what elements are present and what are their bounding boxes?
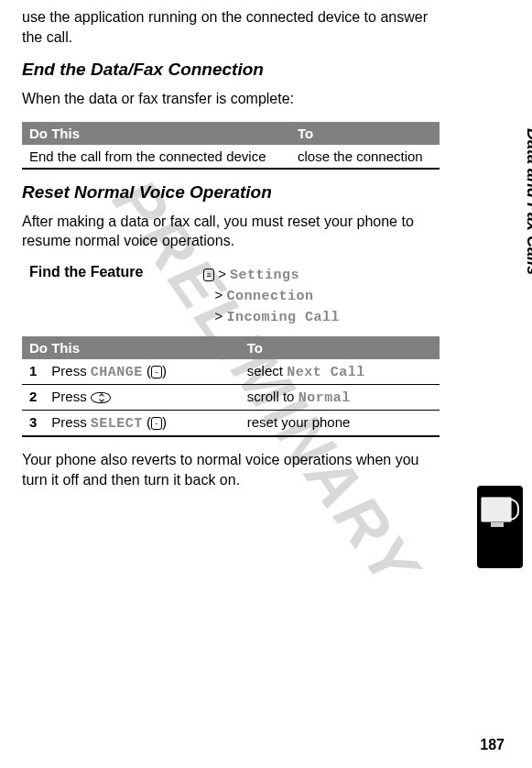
section-heading-reset-voice: Reset Normal Voice Operation	[22, 182, 440, 203]
table-cell: scroll to Normal	[240, 384, 440, 410]
soft-key-icon: -	[151, 366, 162, 379]
end-connection-table: Do This To End the call from the connect…	[22, 122, 440, 170]
table-cell: Press	[44, 384, 239, 410]
side-tab-label: Data and Fax Calls	[523, 128, 532, 275]
menu-path: ≡ > Settings > Connection > Incoming Cal…	[203, 264, 340, 327]
side-category-icon	[477, 486, 523, 568]
section2-tail: Your phone also reverts to normal voice …	[22, 450, 440, 489]
table-header-do-this: Do This	[22, 122, 290, 145]
reset-voice-table: Do This To 1 Press CHANGE (-) select Nex…	[22, 336, 440, 437]
section1-lead: When the data or fax transfer is complet…	[22, 89, 440, 109]
page-content: use the application running on the conne…	[0, 0, 494, 521]
intro-paragraph: use the application running on the conne…	[22, 7, 440, 47]
section-heading-end-connection: End the Data/Fax Connection	[22, 60, 440, 80]
section2-lead: After making a data or fax call, you mus…	[22, 212, 440, 251]
find-the-feature-block: Find the Feature ≡ > Settings > Connecti…	[29, 264, 440, 327]
menu-item: Settings	[230, 268, 299, 283]
nav-key-icon	[91, 392, 111, 403]
phone-handset-icon	[510, 499, 519, 521]
table-cell: End the call from the connected device	[22, 145, 290, 169]
menu-item: Connection	[226, 289, 313, 304]
step-number: 2	[22, 384, 44, 410]
step-number: 1	[22, 359, 44, 385]
menu-key-icon: ≡	[203, 269, 214, 281]
find-the-feature-label: Find the Feature	[29, 264, 203, 327]
table-header-do-this: Do This	[22, 336, 240, 359]
table-cell: select Next Call	[240, 359, 440, 385]
table-header-to: To	[240, 336, 440, 359]
table-cell: close the connection	[290, 145, 440, 169]
table-cell: Press CHANGE (-)	[44, 359, 239, 385]
menu-item: Incoming Call	[226, 310, 340, 325]
soft-key-icon: -	[151, 417, 162, 430]
table-cell: reset your phone	[240, 410, 440, 436]
table-cell: Press SELECT (-)	[44, 410, 239, 436]
monitor-icon	[481, 497, 512, 522]
table-header-to: To	[290, 122, 440, 145]
step-number: 3	[22, 410, 44, 436]
page-number: 187	[480, 737, 505, 753]
